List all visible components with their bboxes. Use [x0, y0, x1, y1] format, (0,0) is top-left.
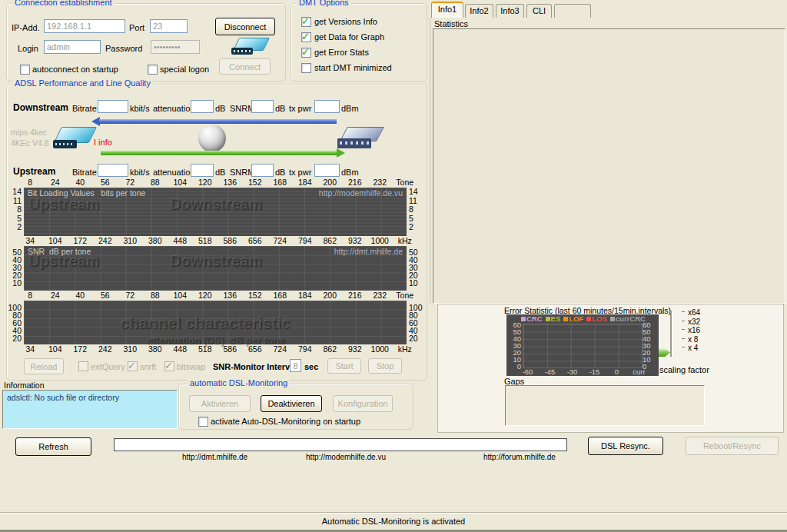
channel-chart-watermark-subtitle: attenuation (DS) dB per tone: [147, 334, 285, 346]
ds-dbm-label: dBm: [341, 104, 359, 114]
channel-chart-y-axis-left: 10080604020: [8, 304, 22, 340]
password-input[interactable]: [151, 40, 200, 54]
progress-bar: [114, 438, 567, 451]
error-x-axis: -60-45-30-150curr: [516, 367, 650, 376]
reboot-resync-button[interactable]: Reboot/Resync: [686, 437, 779, 455]
link-forum-mhilfe[interactable]: http://forum.mhilfe.de: [483, 452, 556, 462]
ip-input[interactable]: [44, 19, 125, 33]
get-data-for-graph-checkbox[interactable]: [301, 32, 311, 42]
connect-button[interactable]: Connect: [219, 58, 271, 75]
reload-button[interactable]: Reload: [24, 358, 64, 374]
ds-db-label2: dB: [275, 104, 285, 114]
get-versions-info-checkbox[interactable]: [301, 17, 311, 27]
error-panel: Error Statistic (last 60 minutes/15min.i…: [437, 304, 784, 433]
autoconnect-checkbox[interactable]: [20, 65, 30, 75]
special-logon-checkbox[interactable]: [148, 65, 158, 75]
statistics-box[interactable]: [433, 28, 785, 304]
login-input[interactable]: [44, 40, 101, 54]
snrft-checkbox[interactable]: [128, 361, 138, 371]
status-text: Automatic DSL-Monitoring is activated: [322, 517, 465, 526]
start-button[interactable]: Start: [327, 358, 361, 374]
scaling-slider-track[interactable]: [670, 311, 672, 357]
password-label: Password: [105, 44, 142, 54]
us-db-label2: dB: [275, 168, 285, 178]
us-txpwr-label: tx pwr: [289, 168, 311, 178]
ds-snrm-input[interactable]: [251, 100, 274, 113]
interval-input[interactable]: [290, 359, 301, 372]
bit-chart-y-axis-right: 1411852: [409, 188, 421, 231]
ds-kbits-label: kbit/s: [130, 104, 150, 114]
chip-line2: 4KEc V4.8: [11, 138, 49, 148]
info-link[interactable]: I info: [94, 138, 112, 148]
dsl-resync-button[interactable]: DSL Resync.: [588, 437, 663, 455]
us-bitrate-input[interactable]: [98, 164, 128, 177]
link-dmt-mhilfe[interactable]: http://dmt.mhilfe.de: [182, 452, 247, 462]
start-dmt-minimized-checkbox[interactable]: [301, 63, 311, 73]
tab-cli[interactable]: CLI: [526, 4, 552, 18]
snr-chart-watermark-downstream: Downstream: [170, 252, 262, 270]
adsl-group-title: ADSL Performance and Line Quality: [12, 78, 153, 88]
tab-info3[interactable]: Info3: [496, 4, 524, 18]
refresh-button[interactable]: Refresh: [15, 437, 91, 456]
ds-txpwr-input[interactable]: [314, 100, 340, 113]
tab-blank[interactable]: [554, 4, 591, 18]
dsl-monitoring-group: automatic DSL-Monitoring Aktivieren Deak…: [178, 384, 413, 430]
deaktivieren-button[interactable]: Deaktivieren: [261, 395, 322, 412]
channel-chart-khz-axis: 3410417224231038044851858665672479486293…: [18, 345, 417, 354]
us-db-label1: dB: [215, 168, 225, 178]
tab-page-border: [430, 17, 430, 303]
downstream-label: Downstream: [13, 103, 68, 113]
extquery-checkbox[interactable]: [78, 361, 88, 371]
error-statistic-chart: CRCESLOFLOScurrCRC 6050403020100 6050403…: [506, 314, 659, 376]
ds-attenuation-label: attenuation: [153, 104, 194, 114]
error-y-axis-left: 6050403020100: [507, 321, 521, 369]
bit-chart-y-axis-left: 1411852: [9, 188, 22, 231]
bitswap-label: bitswap: [177, 362, 205, 372]
tab-info1[interactable]: Info1: [431, 2, 463, 18]
ip-label: IP-Add.: [12, 23, 40, 33]
get-error-stats-label: get Error Stats: [314, 48, 369, 58]
us-txpwr-input[interactable]: [314, 164, 340, 177]
snr-monitor-interval-label: SNR-Monitor Interval:: [213, 362, 300, 372]
dmt-options-title: DMT Options: [297, 0, 351, 7]
sec-label: sec: [304, 362, 318, 372]
extquery-label: extQuery: [91, 362, 125, 372]
modem-icon: [231, 38, 267, 56]
status-bar: Automatic DSL-Monitoring is activated: [0, 512, 787, 532]
upstream-arrow-icon: [101, 148, 345, 158]
channel-chart-y-axis-right: 10080604020: [409, 304, 423, 340]
router-icon: [337, 127, 380, 150]
port-label: Port: [129, 23, 144, 33]
scaling-factor-label: scaling factor: [659, 365, 709, 375]
konfiguration-button[interactable]: Konfiguration: [333, 395, 393, 412]
ds-bitrate-input[interactable]: [98, 100, 128, 113]
scaling-slider-thumb[interactable]: [659, 348, 670, 357]
error-y-axis-right: 6050403020100: [643, 321, 656, 369]
bitswap-checkbox[interactable]: [164, 361, 174, 371]
channel-chart: channel characteristic attenuation (DS) …: [24, 301, 407, 344]
auto-dsl-monitoring-startup-checkbox[interactable]: [198, 417, 208, 427]
bit-chart-url: http://modemhilfe.de.vu: [319, 188, 403, 198]
connection-group-title: Connection establishment: [12, 0, 115, 7]
snr-chart-y-axis-right: 5040302010: [409, 248, 421, 286]
login-label: Login: [18, 44, 38, 54]
start-dmt-minimized-label: start DMT minimized: [314, 63, 392, 73]
stop-button[interactable]: Stop: [368, 358, 402, 374]
us-snrm-input[interactable]: [251, 164, 274, 177]
us-attenuation-input[interactable]: [191, 164, 214, 177]
tab-info2[interactable]: Info2: [465, 4, 493, 18]
bit-chart-tone-axis: 82440567288104120136152168184200216232To…: [18, 178, 417, 187]
channel-chart-watermark-title: channel characteristic: [120, 314, 291, 332]
aktivieren-button[interactable]: Aktivieren: [189, 395, 251, 412]
port-input[interactable]: [150, 19, 188, 33]
information-box: adslctl: No such file or directory: [2, 390, 178, 429]
snr-chart: SNR dB per tone http://dmt.mhilfe.de Ups…: [24, 246, 407, 291]
error-legend: CRCESLOFLOScurrCRC: [521, 314, 646, 323]
snr-chart-url: http://dmt.mhilfe.de: [334, 247, 403, 256]
disconnect-button[interactable]: Disconnect: [215, 18, 275, 35]
upstream-label: Upstream: [13, 167, 55, 177]
link-modemhilfe[interactable]: http://modemhilfe.de.vu: [306, 452, 386, 462]
ds-attenuation-input[interactable]: [191, 100, 214, 113]
get-error-stats-checkbox[interactable]: [301, 48, 311, 58]
modem-icon: [53, 127, 93, 150]
